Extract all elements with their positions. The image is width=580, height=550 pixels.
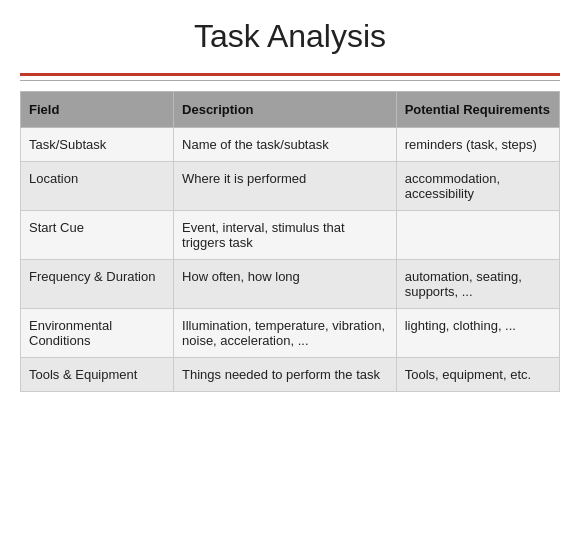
table-row: Tools & EquipmentThings needed to perfor… — [21, 358, 560, 392]
cell-requirements: accommodation, accessibility — [396, 162, 559, 211]
table-row: LocationWhere it is performedaccommodati… — [21, 162, 560, 211]
gray-divider — [20, 80, 560, 81]
cell-description: Where it is performed — [174, 162, 397, 211]
cell-description: Illumination, temperature, vibration, no… — [174, 309, 397, 358]
cell-requirements: lighting, clothing, ... — [396, 309, 559, 358]
task-analysis-table: Field Description Potential Requirements… — [20, 91, 560, 392]
cell-description: How often, how long — [174, 260, 397, 309]
cell-field: Frequency & Duration — [21, 260, 174, 309]
cell-description: Things needed to perform the task — [174, 358, 397, 392]
cell-description: Name of the task/subtask — [174, 128, 397, 162]
page-title: Task Analysis — [20, 18, 560, 55]
cell-field: Start Cue — [21, 211, 174, 260]
red-divider — [20, 73, 560, 76]
title-section: Task Analysis — [20, 0, 560, 65]
cell-field: Environmental Conditions — [21, 309, 174, 358]
cell-field: Location — [21, 162, 174, 211]
table-row: Frequency & DurationHow often, how longa… — [21, 260, 560, 309]
table-header-row: Field Description Potential Requirements — [21, 92, 560, 128]
cell-description: Event, interval, stimulus that triggers … — [174, 211, 397, 260]
header-description: Description — [174, 92, 397, 128]
cell-requirements: Tools, equipment, etc. — [396, 358, 559, 392]
page: Task Analysis Field Description Potentia… — [0, 0, 580, 550]
cell-requirements — [396, 211, 559, 260]
cell-requirements: automation, seating, supports, ... — [396, 260, 559, 309]
header-field: Field — [21, 92, 174, 128]
header-requirements: Potential Requirements — [396, 92, 559, 128]
table-row: Start CueEvent, interval, stimulus that … — [21, 211, 560, 260]
table-row: Task/SubtaskName of the task/subtaskremi… — [21, 128, 560, 162]
cell-field: Tools & Equipment — [21, 358, 174, 392]
table-row: Environmental ConditionsIllumination, te… — [21, 309, 560, 358]
cell-requirements: reminders (task, steps) — [396, 128, 559, 162]
cell-field: Task/Subtask — [21, 128, 174, 162]
